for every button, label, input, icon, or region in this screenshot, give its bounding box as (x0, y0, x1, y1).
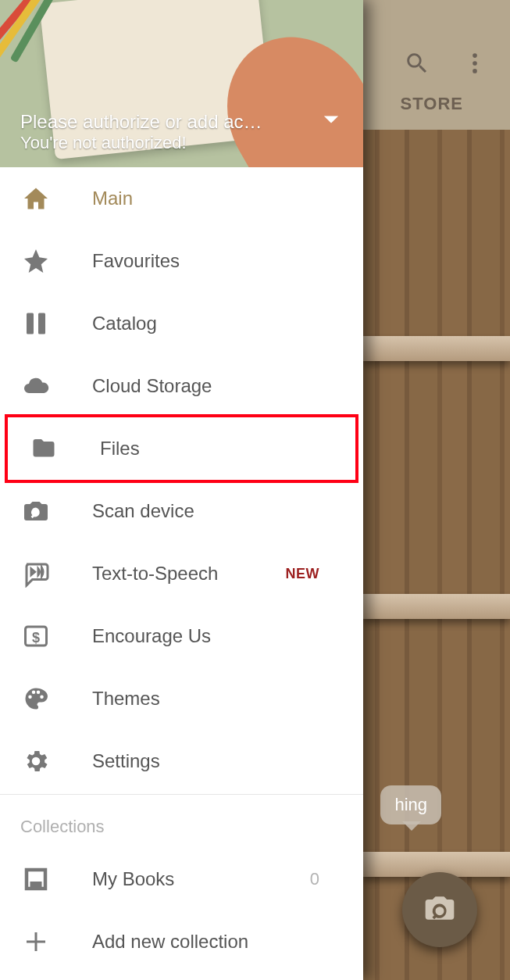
camera-search-icon (20, 497, 52, 525)
header-title: Please authorize or add acco… (20, 111, 270, 133)
add-collection-label: Add new collection (92, 931, 248, 953)
nav-item-scan-device[interactable]: Scan device (0, 480, 363, 542)
nav-item-favourites[interactable]: Favourites (0, 230, 363, 292)
books-icon (20, 309, 52, 338)
drawer-nav: Main Favourites Catalog Cloud Storage Fi (0, 167, 363, 980)
folder-icon (28, 435, 59, 463)
scan-fab[interactable] (402, 872, 477, 947)
nav-label: Favourites (92, 250, 180, 272)
gear-icon (20, 747, 52, 775)
add-collection-button[interactable]: Add new collection (0, 910, 363, 973)
nav-label: Files (100, 438, 140, 460)
plus-icon (20, 928, 52, 956)
new-badge: NEW (286, 566, 320, 582)
shelf (363, 336, 510, 361)
dollar-box-icon: $ (20, 622, 52, 650)
search-icon[interactable] (404, 50, 430, 80)
inbox-icon (20, 865, 52, 893)
nav-item-tts[interactable]: Text-to-Speech NEW (0, 542, 363, 605)
nav-label: Main (92, 188, 133, 209)
overflow-menu-icon[interactable] (462, 50, 488, 80)
nav-label: Encourage Us (92, 625, 211, 647)
collection-item-my-books[interactable]: My Books 0 (0, 848, 363, 910)
header-subtitle: You're not authorized! (20, 133, 348, 153)
store-tab[interactable]: STORE (401, 94, 463, 114)
nav-item-main[interactable]: Main (0, 167, 363, 230)
nav-item-encourage[interactable]: $ Encourage Us (0, 605, 363, 667)
nav-label: Catalog (92, 313, 157, 334)
nav-label: Settings (92, 750, 160, 772)
cloud-icon (20, 372, 52, 400)
svg-point-1 (473, 61, 477, 66)
shelf (363, 594, 510, 619)
collection-count: 0 (310, 869, 319, 889)
nav-label: Scan device (92, 500, 194, 522)
nav-label: Themes (92, 688, 160, 710)
camera-search-icon (423, 893, 457, 926)
divider (0, 794, 363, 795)
svg-point-0 (473, 53, 477, 58)
nav-item-catalog[interactable]: Catalog (0, 292, 363, 355)
svg-rect-7 (30, 882, 42, 889)
collections-section-title: Collections (0, 803, 363, 848)
chevron-down-icon[interactable] (323, 114, 340, 128)
nav-item-cloud-storage[interactable]: Cloud Storage (0, 355, 363, 417)
star-icon (20, 247, 52, 275)
svg-text:$: $ (32, 630, 40, 646)
palette-icon (20, 685, 52, 713)
nav-item-files[interactable]: Files (5, 414, 358, 483)
nav-item-settings[interactable]: Settings (0, 730, 363, 792)
svg-rect-3 (27, 313, 34, 334)
drawer-header[interactable]: Please authorize or add acco… You're not… (0, 0, 363, 167)
home-icon (20, 184, 52, 213)
collection-label: My Books (92, 868, 174, 890)
navigation-drawer: Please authorize or add acco… You're not… (0, 0, 363, 980)
tooltip-bubble: hing (380, 785, 441, 824)
svg-rect-4 (38, 313, 45, 334)
svg-point-2 (473, 69, 477, 73)
nav-item-themes[interactable]: Themes (0, 667, 363, 730)
nav-label: Text-to-Speech (92, 563, 218, 585)
nav-label: Cloud Storage (92, 375, 212, 397)
speech-bubble-sound-icon (20, 560, 52, 588)
